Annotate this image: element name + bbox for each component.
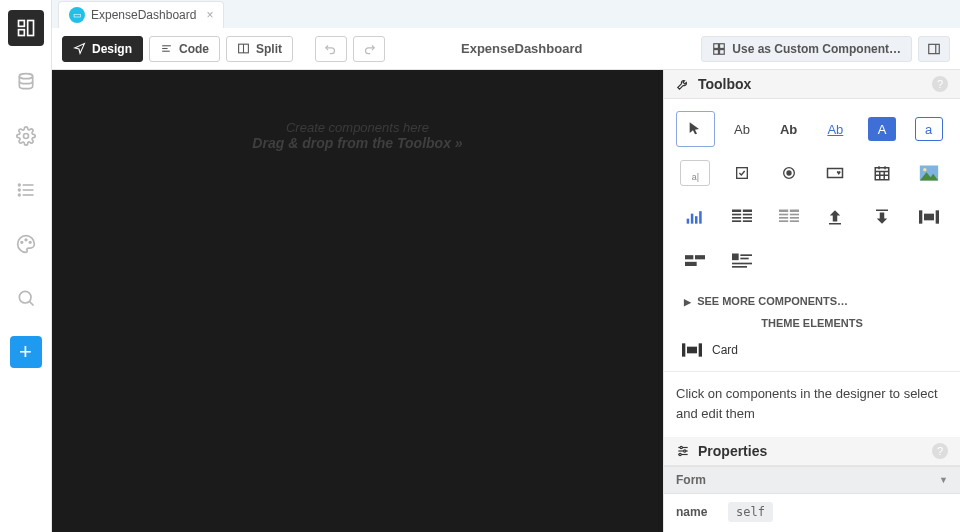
svg-point-13 — [29, 242, 31, 244]
see-more-components[interactable]: ▶ SEE MORE COMPONENTS… — [664, 291, 960, 315]
svg-point-11 — [21, 242, 23, 244]
use-as-custom-component-button[interactable]: Use as Custom Component… — [701, 36, 912, 62]
wrench-icon — [676, 77, 690, 91]
tab-expensedashboard[interactable]: ▭ ExpenseDashboard × — [58, 1, 224, 28]
code-label: Code — [179, 42, 209, 56]
tool-download[interactable] — [863, 199, 902, 235]
svg-rect-24 — [720, 49, 725, 54]
rail-settings-icon[interactable] — [8, 118, 44, 154]
page-title: ExpenseDashboard — [461, 41, 582, 56]
design-button[interactable]: Design — [62, 36, 143, 62]
tool-datepicker[interactable] — [863, 155, 902, 191]
svg-point-39 — [923, 168, 926, 171]
tool-upload[interactable] — [816, 199, 855, 235]
svg-rect-65 — [924, 214, 934, 221]
rail-add-button[interactable]: + — [10, 336, 42, 368]
tool-button-outline[interactable]: a — [909, 111, 948, 147]
tool-image[interactable] — [909, 155, 948, 191]
tool-link[interactable]: Ab — [816, 111, 855, 147]
svg-rect-0 — [18, 21, 24, 27]
svg-rect-27 — [737, 168, 748, 179]
button-glyph: A — [868, 117, 896, 141]
selection-info: Click on components in the designer to s… — [664, 371, 960, 437]
textbox-glyph: a| — [680, 160, 710, 186]
svg-rect-73 — [732, 266, 747, 268]
tool-dropdown[interactable] — [816, 155, 855, 191]
design-label: Design — [92, 42, 132, 56]
layout-toggle-button[interactable] — [918, 36, 950, 62]
svg-rect-71 — [740, 258, 748, 260]
rail-layout-icon[interactable] — [8, 10, 44, 46]
button-outline-glyph: a — [915, 117, 943, 141]
theme-card-label: Card — [712, 343, 738, 357]
redo-icon — [362, 42, 376, 56]
svg-point-80 — [680, 446, 682, 448]
svg-point-12 — [25, 239, 27, 241]
tool-grid[interactable] — [723, 199, 762, 235]
svg-rect-22 — [720, 43, 725, 48]
tool-chart[interactable] — [676, 199, 715, 235]
svg-rect-49 — [732, 217, 741, 219]
chevron-down-icon: ▼ — [939, 475, 948, 485]
svg-rect-62 — [876, 210, 888, 212]
theme-elements-header: THEME ELEMENTS — [664, 315, 960, 335]
svg-rect-47 — [732, 214, 741, 216]
property-section-form[interactable]: Form ▼ — [664, 466, 960, 494]
toolbox-title: Toolbox — [698, 76, 924, 92]
toolbox-header: Toolbox ? — [664, 70, 960, 99]
property-value[interactable]: self — [728, 502, 773, 522]
split-label: Split — [256, 42, 282, 56]
theme-card[interactable]: Card — [664, 335, 960, 371]
pointer-icon — [687, 121, 703, 137]
rail-database-icon[interactable] — [8, 64, 44, 100]
split-button[interactable]: Split — [226, 36, 293, 62]
designer-canvas[interactable]: Create components here Drag & drop from … — [52, 70, 663, 532]
sliders-icon — [676, 444, 690, 458]
tab-title: ExpenseDashboard — [91, 8, 196, 22]
rail-theme-icon[interactable] — [8, 226, 44, 262]
tool-button[interactable]: A — [863, 111, 902, 147]
help-icon[interactable]: ? — [932, 76, 948, 92]
canvas-hint-2: Drag & drop from the Toolbox » — [252, 135, 462, 151]
rail-search-icon[interactable] — [8, 280, 44, 316]
svg-rect-59 — [779, 220, 788, 222]
tool-pointer[interactable] — [676, 111, 715, 147]
svg-rect-69 — [732, 254, 739, 261]
svg-rect-42 — [691, 214, 694, 224]
see-more-label: SEE MORE COMPONENTS… — [697, 295, 848, 307]
tab-close-icon[interactable]: × — [206, 8, 213, 22]
redo-button[interactable] — [353, 36, 385, 62]
svg-rect-46 — [743, 210, 752, 213]
rail-list-icon[interactable] — [8, 172, 44, 208]
repeat-icon — [779, 209, 799, 225]
svg-rect-21 — [714, 43, 719, 48]
component-icon — [712, 42, 726, 56]
svg-rect-25 — [929, 44, 940, 53]
svg-point-14 — [19, 291, 31, 303]
svg-rect-61 — [829, 223, 841, 225]
svg-rect-56 — [789, 214, 798, 216]
svg-rect-68 — [685, 262, 697, 266]
svg-rect-50 — [743, 217, 752, 219]
tool-radio[interactable] — [769, 155, 808, 191]
tool-repeating-panel[interactable] — [769, 199, 808, 235]
svg-point-29 — [787, 171, 791, 175]
chart-icon — [685, 208, 705, 226]
help-icon[interactable]: ? — [932, 443, 948, 459]
property-key: name — [676, 505, 712, 519]
code-icon — [160, 42, 173, 55]
svg-rect-48 — [743, 214, 752, 216]
tool-flowpanel[interactable] — [676, 243, 715, 279]
code-button[interactable]: Code — [149, 36, 220, 62]
tool-richtext[interactable] — [723, 243, 762, 279]
richtext-icon — [732, 253, 752, 269]
tool-checkbox[interactable] — [723, 155, 762, 191]
tool-textbox[interactable]: a| — [676, 155, 715, 191]
svg-rect-41 — [687, 219, 690, 224]
tool-spacer[interactable] — [909, 199, 948, 235]
tool-label[interactable]: Ab — [723, 111, 762, 147]
svg-rect-72 — [732, 263, 752, 265]
tool-label-bold[interactable]: Ab — [769, 111, 808, 147]
undo-button[interactable] — [315, 36, 347, 62]
toolbox-grid: Ab Ab Ab A a a| — [664, 99, 960, 291]
